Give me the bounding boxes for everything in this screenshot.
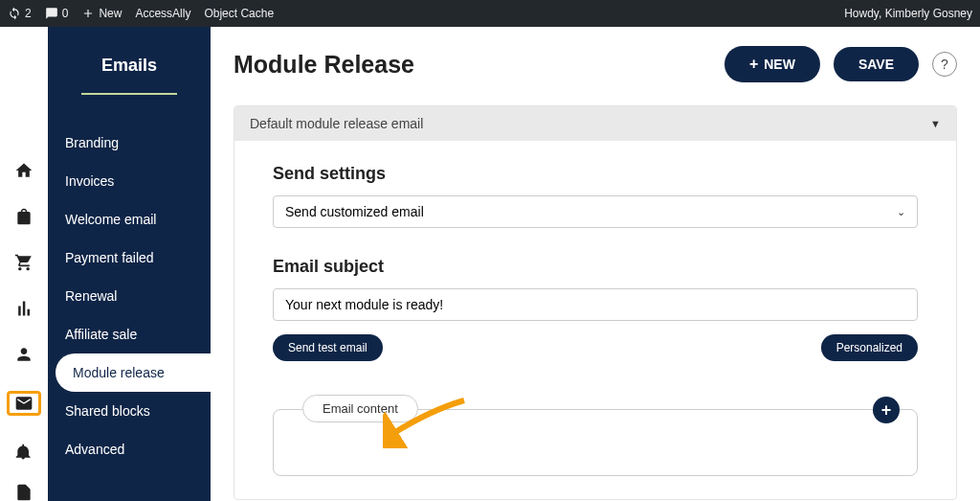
- email-panel: Default module release email ▼ Send sett…: [234, 105, 957, 500]
- new-link[interactable]: New: [81, 7, 122, 20]
- admin-bar-left: 2 0 New AccessAlly Object Cache: [8, 7, 274, 20]
- main-header: Module Release + NEW SAVE ?: [234, 46, 957, 82]
- panel-header[interactable]: Default module release email ▼: [234, 106, 956, 141]
- help-button[interactable]: ?: [932, 52, 957, 77]
- megaphone-icon[interactable]: [13, 443, 34, 462]
- sidebar-item-shared-blocks[interactable]: Shared blocks: [48, 392, 211, 430]
- icon-rail: [0, 27, 48, 501]
- user-icon[interactable]: [13, 345, 34, 364]
- sidebar-item-module-release[interactable]: Module release: [56, 353, 211, 392]
- sidebar-item-affiliate-sale[interactable]: Affiliate sale: [48, 315, 211, 353]
- updates-link[interactable]: 2: [8, 7, 32, 20]
- home-icon[interactable]: [13, 161, 34, 180]
- page-icon[interactable]: [13, 483, 34, 501]
- new-button-label: NEW: [764, 57, 795, 72]
- mail-icon[interactable]: [7, 391, 41, 416]
- send-settings-select[interactable]: Send customized email ⌄: [273, 195, 918, 228]
- save-button[interactable]: SAVE: [834, 47, 919, 81]
- plus-icon: [81, 7, 95, 20]
- panel-header-label: Default module release email: [250, 116, 423, 131]
- sidebar-item-welcome-email[interactable]: Welcome email: [48, 200, 211, 239]
- comments-link[interactable]: 0: [45, 7, 69, 20]
- send-test-button[interactable]: Send test email: [273, 334, 383, 361]
- updates-count: 2: [25, 7, 32, 20]
- email-content-tab[interactable]: Email content: [302, 395, 418, 422]
- sidebar-title: Emails: [48, 56, 211, 76]
- sidebar-item-payment-failed[interactable]: Payment failed: [48, 239, 211, 277]
- new-button[interactable]: + NEW: [724, 46, 820, 82]
- sidebar-item-branding[interactable]: Branding: [48, 124, 211, 162]
- main-actions: + NEW SAVE ?: [724, 46, 957, 82]
- email-subject-title: Email subject: [273, 257, 918, 277]
- cart-icon[interactable]: [13, 253, 34, 272]
- admin-bar: 2 0 New AccessAlly Object Cache Howdy, K…: [0, 0, 980, 27]
- send-settings-title: Send settings: [273, 164, 918, 184]
- email-content-box: Email content +: [273, 409, 918, 476]
- send-select-value: Send customized email: [285, 204, 424, 219]
- refresh-icon: [8, 7, 21, 20]
- comment-icon: [45, 7, 58, 20]
- page-title: Module Release: [234, 51, 414, 79]
- comments-count: 0: [62, 7, 69, 20]
- sidebar-item-invoices[interactable]: Invoices: [48, 162, 211, 200]
- sidebar-item-advanced[interactable]: Advanced: [48, 430, 211, 468]
- add-content-button[interactable]: +: [873, 397, 900, 423]
- sidebar-underline: [81, 93, 177, 95]
- chevron-down-icon: ⌄: [897, 206, 905, 218]
- main-content: Module Release + NEW SAVE ? Default modu…: [211, 27, 980, 501]
- greeting[interactable]: Howdy, Kimberly Gosney: [844, 7, 972, 20]
- sidebar-item-renewal[interactable]: Renewal: [48, 277, 211, 315]
- personalized-button[interactable]: Personalized: [821, 334, 918, 361]
- subject-actions: Send test email Personalized: [273, 334, 918, 361]
- object-cache-link[interactable]: Object Cache: [204, 7, 274, 20]
- panel-body: Send settings Send customized email ⌄ Em…: [234, 141, 956, 499]
- shop-icon[interactable]: [13, 207, 34, 226]
- save-button-label: SAVE: [858, 57, 894, 72]
- plus-icon: +: [749, 56, 758, 73]
- accessally-link[interactable]: AccessAlly: [135, 7, 190, 20]
- new-label: New: [99, 7, 122, 20]
- chevron-down-icon: ▼: [930, 118, 941, 129]
- sidebar: Emails Branding Invoices Welcome email P…: [48, 27, 211, 501]
- email-subject-input[interactable]: [273, 288, 918, 321]
- chart-icon[interactable]: [13, 299, 34, 318]
